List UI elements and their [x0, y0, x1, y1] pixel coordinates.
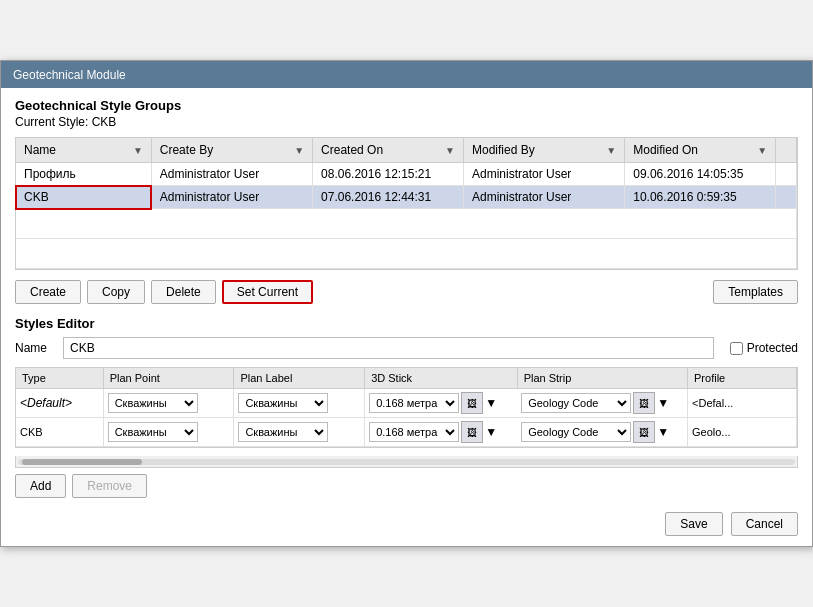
section-title: Geotechnical Style Groups [15, 98, 798, 113]
col-modified-by: Modified By▼ [463, 138, 624, 163]
current-style-label: Current Style: CKB [15, 115, 798, 129]
table-empty-row [16, 209, 797, 239]
cell-create-by: Administrator User [151, 186, 312, 209]
editor-col-type: Type [16, 368, 103, 389]
table-empty-row [16, 239, 797, 269]
plan-point-select-0[interactable]: Скважины [108, 393, 198, 413]
editor-col-plan-strip: Plan Strip [517, 368, 687, 389]
dialog-content: Geotechnical Style Groups Current Style:… [1, 88, 812, 546]
cell-extra [776, 163, 797, 186]
editor-cell-3d-stick: 0.168 метра 🖼 ▼ [365, 389, 517, 417]
strip-img-btn-0[interactable]: 🖼 [633, 392, 655, 414]
strip-arrow-0: ▼ [657, 396, 669, 410]
stick-select-0[interactable]: 0.168 метра [369, 393, 459, 413]
protected-row: Protected [730, 341, 798, 355]
stick-img-btn-1[interactable]: 🖼 [461, 421, 483, 443]
col-extra [776, 138, 797, 163]
cell-created-on: 08.06.2016 12:15:21 [313, 163, 464, 186]
editor-cell-profile: <Defal... [688, 389, 797, 418]
bottom-row: Save Cancel [15, 508, 798, 536]
col-created-on: Created On▼ [313, 138, 464, 163]
scrollbar-track [18, 459, 795, 465]
created-on-filter-icon[interactable]: ▼ [445, 145, 455, 156]
modified-on-filter-icon[interactable]: ▼ [757, 145, 767, 156]
remove-button[interactable]: Remove [72, 474, 147, 498]
add-button[interactable]: Add [15, 474, 66, 498]
editor-row[interactable]: CKB Скважины Скважины [16, 418, 797, 447]
editor-cell-plan-point: Скважины [103, 418, 234, 447]
editor-col-profile: Profile [688, 368, 797, 389]
stick-select-1[interactable]: 0.168 метра [369, 422, 459, 442]
scrollbar-thumb[interactable] [22, 459, 142, 465]
create-button[interactable]: Create [15, 280, 81, 304]
editor-cell-type: <Default> [16, 389, 103, 418]
modified-by-filter-icon[interactable]: ▼ [606, 145, 616, 156]
geotechnical-dialog: Geotechnical Module Geotechnical Style G… [0, 60, 813, 547]
cell-name: Профиль [16, 163, 151, 186]
editor-cell-type: CKB [16, 418, 103, 447]
save-button[interactable]: Save [665, 512, 722, 536]
name-field-label: Name [15, 341, 55, 355]
col-create-by: Create By▼ [151, 138, 312, 163]
add-remove-row: Add Remove [15, 474, 798, 498]
editor-col-plan-point: Plan Point [103, 368, 234, 389]
plan-point-select-1[interactable]: Скважины [108, 422, 198, 442]
plan-label-select-0[interactable]: Скважины [238, 393, 328, 413]
editor-cell-plan-label: Скважины [234, 389, 365, 418]
strip-img-btn-1[interactable]: 🖼 [633, 421, 655, 443]
cell-modified-on: 10.06.2016 0:59:35 [625, 186, 776, 209]
cell-modified-by: Administrator User [463, 163, 624, 186]
name-input[interactable] [63, 337, 714, 359]
editor-cell-plan-strip: Geology Code 🖼 ▼ [517, 389, 687, 418]
protected-label: Protected [747, 341, 798, 355]
create-by-filter-icon[interactable]: ▼ [294, 145, 304, 156]
plan-strip-select-0[interactable]: Geology Code [521, 393, 631, 413]
horizontal-scrollbar[interactable] [15, 456, 798, 468]
plan-strip-select-1[interactable]: Geology Code [521, 422, 631, 442]
cell-modified-by: Administrator User [463, 186, 624, 209]
name-row: Name Protected [15, 337, 798, 359]
editor-cell-plan-label: Скважины [234, 418, 365, 447]
dialog-title: Geotechnical Module [13, 68, 126, 82]
stick-img-btn-0[interactable]: 🖼 [461, 392, 483, 414]
editor-col-plan-label: Plan Label [234, 368, 365, 389]
protected-checkbox[interactable] [730, 342, 743, 355]
cell-create-by: Administrator User [151, 163, 312, 186]
editor-row[interactable]: <Default> Скважины Скважины [16, 389, 797, 418]
copy-button[interactable]: Copy [87, 280, 145, 304]
templates-button[interactable]: Templates [713, 280, 798, 304]
editor-cell-profile: Geolo... [688, 418, 797, 447]
editor-col-3d-stick: 3D Stick [365, 368, 518, 389]
plan-label-select-1[interactable]: Скважины [238, 422, 328, 442]
cell-name: CKB [16, 186, 151, 209]
delete-button[interactable]: Delete [151, 280, 216, 304]
style-groups-table: Name▼ Create By▼ Created On▼ Modified By… [16, 138, 797, 269]
strip-arrow-1: ▼ [657, 425, 669, 439]
cell-modified-on: 09.06.2016 14:05:35 [625, 163, 776, 186]
cell-extra [776, 186, 797, 209]
table-row[interactable]: CKB Administrator User 07.06.2016 12:44:… [16, 186, 797, 209]
editor-cell-plan-strip: Geology Code 🖼 ▼ [517, 418, 687, 447]
name-filter-icon[interactable]: ▼ [133, 145, 143, 156]
table-row[interactable]: Профиль Administrator User 08.06.2016 12… [16, 163, 797, 186]
editor-table-container: Type Plan Point Plan Label 3D Stick Plan… [15, 367, 798, 448]
cell-created-on: 07.06.2016 12:44:31 [313, 186, 464, 209]
stick-arrow-0: ▼ [485, 396, 497, 410]
col-name: Name▼ [16, 138, 151, 163]
cancel-button[interactable]: Cancel [731, 512, 798, 536]
action-buttons-row: Create Copy Delete Set Current Templates [15, 280, 798, 304]
editor-cell-plan-point: Скважины [103, 389, 234, 418]
stick-arrow-1: ▼ [485, 425, 497, 439]
col-modified-on: Modified On▼ [625, 138, 776, 163]
editor-table: Type Plan Point Plan Label 3D Stick Plan… [16, 368, 797, 447]
editor-cell-3d-stick: 0.168 метра 🖼 ▼ [365, 418, 518, 447]
styles-editor-title: Styles Editor [15, 316, 798, 331]
set-current-button[interactable]: Set Current [222, 280, 313, 304]
dialog-title-bar: Geotechnical Module [1, 61, 812, 88]
style-groups-table-container: Name▼ Create By▼ Created On▼ Modified By… [15, 137, 798, 270]
